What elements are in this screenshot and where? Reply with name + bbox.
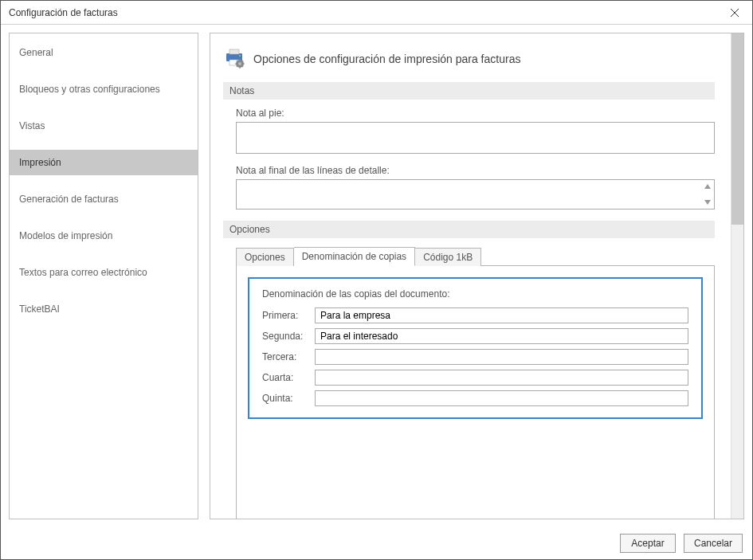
content-title: Opciones de configuración de impresión p… (253, 53, 520, 65)
close-button[interactable] (717, 1, 752, 25)
close-icon (731, 9, 739, 17)
copy-input-quinta[interactable] (315, 390, 688, 406)
sidebar-item-generacion[interactable]: Generación de facturas (10, 186, 198, 212)
textarea-scrollbar[interactable] (701, 180, 714, 209)
window-title: Configuración de facturas (9, 7, 717, 18)
scroll-down-icon[interactable] (701, 196, 714, 209)
sidebar: General Bloqueos y otras configuraciones… (9, 33, 198, 519)
dialog-window: Configuración de facturas General Bloque… (0, 0, 753, 560)
copy-row-segunda: Segunda: (262, 328, 688, 344)
sidebar-item-general[interactable]: General (10, 40, 198, 65)
copy-row-primera: Primera: (262, 307, 688, 323)
copy-label-primera: Primera: (262, 310, 308, 321)
copy-row-quinta: Quinta: (262, 390, 688, 406)
copy-input-primera[interactable] (315, 307, 688, 323)
content-scrollbar[interactable] (731, 33, 743, 519)
accept-button[interactable]: Aceptar (620, 534, 676, 553)
sidebar-item-ticketbai[interactable]: TicketBAI (10, 296, 198, 322)
titlebar: Configuración de facturas (1, 1, 752, 25)
dialog-body: General Bloqueos y otras configuraciones… (1, 25, 752, 527)
tab-codigo1kb[interactable]: Código 1kB (415, 248, 481, 266)
scroll-up-icon[interactable] (701, 180, 714, 193)
tab-opciones[interactable]: Opciones (236, 248, 294, 266)
copy-input-cuarta[interactable] (315, 370, 688, 386)
copy-input-segunda[interactable] (315, 328, 688, 344)
section-notas-header: Notas (223, 82, 715, 100)
copy-row-tercera: Tercera: (262, 349, 688, 365)
content-inner: Opciones de configuración de impresión p… (210, 33, 731, 519)
dialog-footer: Aceptar Cancelar (1, 527, 752, 559)
cancel-button[interactable]: Cancelar (684, 534, 743, 553)
copy-label-quinta: Quinta: (262, 393, 308, 404)
svg-point-3 (239, 55, 241, 57)
nota-pie-input[interactable] (236, 122, 715, 154)
tab-denominacion[interactable]: Denominación de copias (294, 247, 415, 266)
copy-input-tercera[interactable] (315, 349, 688, 365)
printer-settings-icon (223, 46, 245, 71)
copy-label-cuarta: Cuarta: (262, 372, 308, 383)
content-panel: Opciones de configuración de impresión p… (210, 33, 744, 519)
sidebar-item-modelos[interactable]: Modelos de impresión (10, 223, 198, 249)
tab-pane-denominacion: Denominación de las copias del documento… (236, 266, 715, 519)
sidebar-item-textos[interactable]: Textos para correo electrónico (10, 260, 198, 285)
tabs: Opciones Denominación de copias Código 1… (236, 246, 715, 266)
scroll-thumb[interactable] (731, 33, 743, 225)
copy-row-cuarta: Cuarta: (262, 370, 688, 386)
copies-group: Denominación de las copias del documento… (248, 277, 703, 419)
sidebar-item-bloqueos[interactable]: Bloqueos y otras configuraciones (10, 76, 198, 102)
copy-label-segunda: Segunda: (262, 331, 308, 342)
copies-group-title: Denominación de las copias del documento… (262, 288, 688, 300)
nota-pie-label: Nota al pie: (236, 108, 715, 119)
sidebar-item-vistas[interactable]: Vistas (10, 113, 198, 139)
svg-rect-1 (229, 49, 239, 54)
sidebar-item-impresion[interactable]: Impresión (10, 150, 198, 175)
section-opciones-header: Opciones (223, 221, 715, 238)
svg-point-5 (238, 62, 241, 65)
copy-label-tercera: Tercera: (262, 351, 308, 362)
nota-detalle-label: Nota al final de las líneas de detalle: (236, 165, 715, 176)
nota-detalle-input[interactable] (236, 179, 715, 210)
content-header: Opciones de configuración de impresión p… (223, 46, 715, 71)
